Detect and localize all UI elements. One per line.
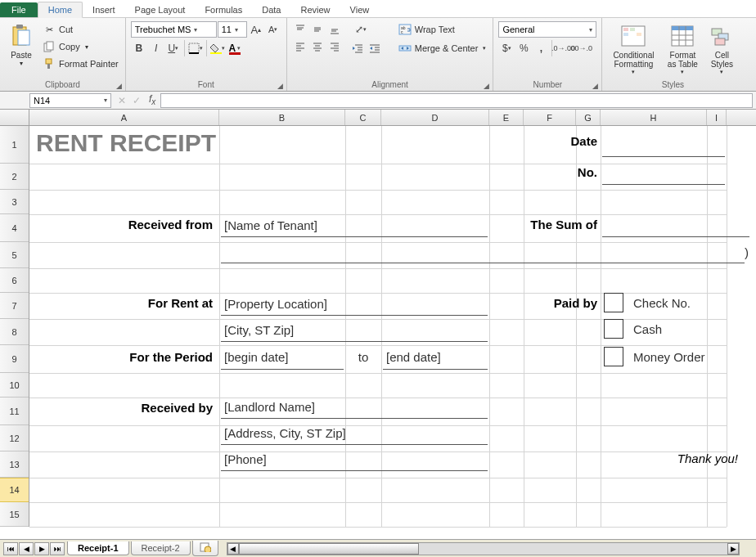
row-header-5[interactable]: 5 bbox=[0, 242, 29, 268]
font-name-dropdown[interactable]: Trebuchet MS▾ bbox=[131, 21, 217, 38]
tab-file[interactable]: File bbox=[0, 2, 38, 17]
fx-icon[interactable]: fx bbox=[149, 93, 155, 106]
format-as-table-button[interactable]: Format as Table▾ bbox=[663, 21, 702, 77]
col-header-F[interactable]: F bbox=[524, 110, 576, 125]
align-top-button[interactable] bbox=[292, 21, 308, 38]
tab-nav-next[interactable]: ▶ bbox=[34, 542, 49, 555]
tab-page-layout[interactable]: Page Layout bbox=[125, 2, 196, 17]
dialog-launcher-icon[interactable]: ◢ bbox=[277, 82, 283, 90]
scroll-left-icon[interactable]: ◀ bbox=[227, 543, 239, 555]
col-header-A[interactable]: A bbox=[29, 110, 219, 125]
row-header-3[interactable]: 3 bbox=[0, 190, 29, 214]
percent-format-button[interactable]: % bbox=[515, 40, 532, 56]
cell-no-value[interactable] bbox=[602, 164, 725, 185]
checkbox-money-order[interactable] bbox=[604, 347, 623, 366]
cell-phone[interactable]: [Phone] bbox=[221, 448, 488, 471]
tab-nav-first[interactable]: ⏮ bbox=[3, 542, 18, 555]
new-sheet-button[interactable] bbox=[192, 541, 218, 556]
font-size-dropdown[interactable]: 11▾ bbox=[218, 21, 247, 38]
border-button[interactable]: ▾ bbox=[187, 40, 204, 56]
row-header-2[interactable]: 2 bbox=[0, 164, 29, 190]
cell-landlord-addr[interactable]: [Address, City, ST Zip] bbox=[221, 422, 488, 445]
col-header-G[interactable]: G bbox=[576, 110, 601, 125]
name-box[interactable]: N14▾ bbox=[29, 93, 111, 108]
tab-insert[interactable]: Insert bbox=[83, 2, 125, 17]
checkbox-cash[interactable] bbox=[604, 319, 623, 339]
tab-data[interactable]: Data bbox=[252, 2, 290, 17]
cell-cityzip[interactable]: [City, ST Zip] bbox=[221, 319, 488, 342]
row-header-10[interactable]: 10 bbox=[0, 373, 29, 398]
cut-button[interactable]: ✂Cut bbox=[41, 21, 120, 38]
sheet-tab-receipt-2[interactable]: Receipt-2 bbox=[131, 541, 191, 555]
number-format-dropdown[interactable]: General▾ bbox=[498, 21, 596, 38]
align-left-button[interactable] bbox=[292, 38, 308, 55]
cell-begin-date[interactable]: [begin date] bbox=[221, 345, 344, 370]
col-header-I[interactable]: I bbox=[707, 110, 727, 125]
dialog-launcher-icon[interactable]: ◢ bbox=[116, 82, 122, 90]
copy-button[interactable]: Copy▾ bbox=[41, 38, 120, 55]
orientation-button[interactable]: ⤢▾ bbox=[349, 21, 372, 38]
formula-input[interactable] bbox=[160, 93, 753, 108]
conditional-formatting-button[interactable]: Conditional Formatting▾ bbox=[607, 21, 659, 77]
font-color-button[interactable]: A▾ bbox=[227, 40, 243, 56]
select-all-corner[interactable] bbox=[0, 110, 29, 125]
tab-review[interactable]: Review bbox=[290, 2, 340, 17]
tab-nav-prev[interactable]: ◀ bbox=[19, 542, 34, 555]
merge-center-button[interactable]: Merge & Center▾ bbox=[397, 40, 488, 56]
sheet-tab-receipt-1[interactable]: Receipt-1 bbox=[67, 541, 129, 555]
row-header-14[interactable]: 14 bbox=[0, 478, 29, 502]
increase-indent-button[interactable] bbox=[367, 40, 383, 56]
cell-sum-words[interactable] bbox=[221, 240, 745, 263]
underline-button[interactable]: U▾ bbox=[165, 40, 182, 56]
horizontal-scrollbar[interactable]: ◀ ▶ bbox=[227, 542, 740, 555]
row-header-8[interactable]: 8 bbox=[0, 319, 29, 345]
cell-sum-value[interactable] bbox=[602, 214, 749, 237]
checkbox-check[interactable] bbox=[604, 293, 623, 312]
cell-date-value[interactable] bbox=[602, 133, 725, 157]
cell-tenant[interactable]: [Name of Tenant] bbox=[221, 214, 488, 237]
italic-button[interactable]: I bbox=[148, 40, 164, 56]
cell-styles-button[interactable]: Cell Styles▾ bbox=[705, 21, 738, 77]
wrap-text-button[interactable]: abcWrap Text bbox=[397, 21, 488, 38]
fill-color-button[interactable]: ▾ bbox=[209, 40, 226, 56]
row-header-15[interactable]: 15 bbox=[0, 502, 29, 527]
row-header-11[interactable]: 11 bbox=[0, 398, 29, 425]
col-header-E[interactable]: E bbox=[489, 110, 524, 125]
scroll-right-icon[interactable]: ▶ bbox=[727, 543, 739, 555]
cell-property[interactable]: [Property Location] bbox=[221, 293, 488, 316]
increase-font-button[interactable]: A▴ bbox=[248, 21, 264, 38]
comma-format-button[interactable]: , bbox=[533, 40, 549, 56]
decrease-indent-button[interactable] bbox=[349, 40, 366, 56]
tab-formulas[interactable]: Formulas bbox=[195, 2, 252, 17]
format-painter-button[interactable]: Format Painter bbox=[41, 56, 120, 72]
row-header-13[interactable]: 13 bbox=[0, 451, 29, 478]
sheet-area[interactable]: RENT RECEIPT Date No. Received from [Nam… bbox=[29, 126, 727, 527]
row-header-12[interactable]: 12 bbox=[0, 425, 29, 451]
col-header-H[interactable]: H bbox=[601, 110, 707, 125]
accounting-format-button[interactable]: $▾ bbox=[498, 40, 515, 56]
enter-formula-icon[interactable]: ✓ bbox=[133, 95, 141, 106]
row-header-7[interactable]: 7 bbox=[0, 293, 29, 319]
tab-home[interactable]: Home bbox=[38, 2, 83, 18]
dialog-launcher-icon[interactable]: ◢ bbox=[592, 82, 598, 90]
cell-end-date[interactable]: [end date] bbox=[383, 345, 488, 370]
row-header-4[interactable]: 4 bbox=[0, 214, 29, 242]
align-bottom-button[interactable] bbox=[326, 21, 343, 38]
scroll-thumb[interactable] bbox=[239, 543, 419, 555]
tab-view[interactable]: View bbox=[340, 2, 380, 17]
col-header-D[interactable]: D bbox=[381, 110, 489, 125]
align-center-button[interactable] bbox=[309, 38, 326, 55]
decrease-decimal-button[interactable]: .00→.0 bbox=[572, 40, 588, 56]
tab-nav-last[interactable]: ⏭ bbox=[50, 542, 65, 555]
paste-button[interactable]: Paste ▾ bbox=[5, 21, 38, 69]
row-header-9[interactable]: 9 bbox=[0, 345, 29, 373]
bold-button[interactable]: B bbox=[131, 40, 147, 56]
dialog-launcher-icon[interactable]: ◢ bbox=[484, 82, 489, 90]
col-header-C[interactable]: C bbox=[345, 110, 381, 125]
row-header-1[interactable]: 1 bbox=[0, 126, 29, 164]
cell-landlord[interactable]: [Landlord Name] bbox=[221, 396, 488, 419]
row-header-6[interactable]: 6 bbox=[0, 268, 29, 293]
col-header-B[interactable]: B bbox=[219, 110, 345, 125]
align-middle-button[interactable] bbox=[309, 21, 326, 38]
align-right-button[interactable] bbox=[326, 38, 343, 55]
